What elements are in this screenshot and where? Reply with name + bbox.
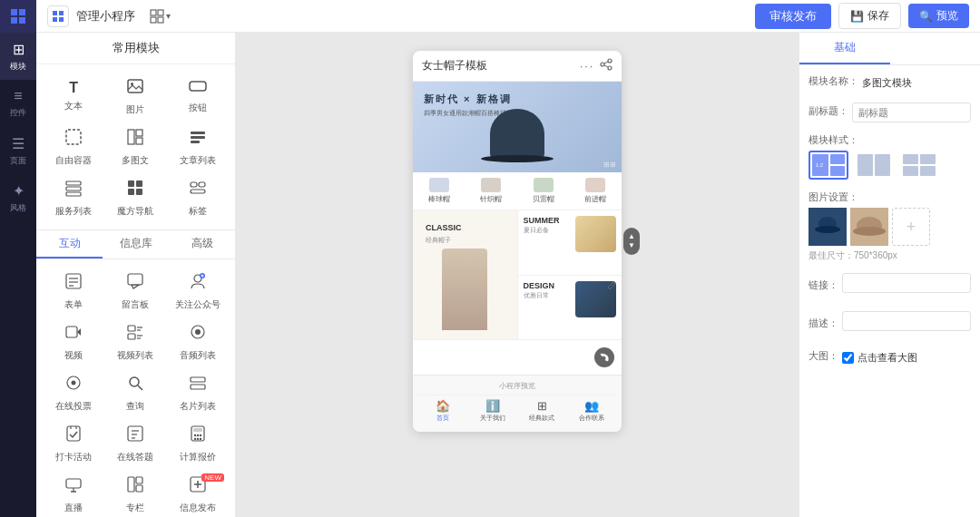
svg-point-83 xyxy=(601,63,604,66)
edit-icon[interactable] xyxy=(607,279,618,293)
sidebar-item-checkin[interactable]: 打卡活动 xyxy=(44,419,103,468)
sidebar-item-multi-text[interactable]: 多图文 xyxy=(105,122,165,171)
svg-rect-42 xyxy=(66,327,77,337)
add-image-button[interactable]: + xyxy=(892,208,930,246)
image-setting-label: 图片设置： xyxy=(808,190,971,204)
nav-item-control[interactable]: ≡ 控件 xyxy=(0,80,36,127)
tab-other[interactable] xyxy=(890,33,981,64)
svg-rect-27 xyxy=(128,189,134,195)
info-publish-label: 信息发布 xyxy=(180,502,216,514)
sidebar-item-article-list[interactable]: 文章列表 xyxy=(168,122,228,171)
nav-item-module[interactable]: ⊞ 模块 xyxy=(0,33,36,80)
sidebar-item-query[interactable]: 查询 xyxy=(105,368,165,417)
beret-hat-icon xyxy=(534,178,554,192)
category-beret[interactable]: 贝雷帽 xyxy=(517,178,570,204)
classic-title: CLASSIC xyxy=(422,219,466,236)
page-icon: ☰ xyxy=(12,135,24,152)
right-panel-tabs: 基础 xyxy=(799,33,980,65)
svg-rect-0 xyxy=(11,9,17,15)
sidebar-item-button[interactable]: 按钮 xyxy=(168,72,228,121)
description-input[interactable] xyxy=(842,311,971,331)
sidebar-item-image[interactable]: 图片 xyxy=(105,72,165,121)
svg-rect-97 xyxy=(920,166,936,176)
sidebar-item-video-list[interactable]: 视频列表 xyxy=(105,317,165,366)
sidebar-title: 常用模块 xyxy=(36,33,235,64)
sidebar-item-text[interactable]: T 文本 xyxy=(44,72,103,121)
checkin-label: 打卡活动 xyxy=(55,451,92,463)
sidebar-item-tags[interactable]: 标签 xyxy=(168,173,228,222)
nav-item-page[interactable]: ☰ 页面 xyxy=(0,127,36,174)
bottom-nav-contact[interactable]: 👥 合作联系 xyxy=(567,399,617,423)
bottom-nav-classic[interactable]: ⊞ 经典款式 xyxy=(517,399,567,423)
topbar-grid-icon[interactable]: ▾ xyxy=(150,9,171,24)
svg-rect-61 xyxy=(128,426,142,441)
save-button[interactable]: 💾 保存 xyxy=(838,3,901,29)
sidebar-item-calculator[interactable]: 计算报价 xyxy=(168,419,228,468)
text-icon: T xyxy=(69,80,78,96)
article-list-icon xyxy=(189,128,207,151)
multi-text-label: 多图文 xyxy=(122,154,149,167)
svg-rect-19 xyxy=(191,132,205,134)
module-icon: ⊞ xyxy=(13,41,24,58)
svg-rect-17 xyxy=(136,130,142,136)
bottom-nav-home-label: 首页 xyxy=(436,414,449,423)
svg-rect-26 xyxy=(136,180,142,187)
mobile-categories: 棒球帽 针织帽 贝雷帽 前进帽 xyxy=(413,172,622,210)
nav-item-style[interactable]: ✦ 风格 xyxy=(0,174,36,221)
publish-button[interactable]: 审核发布 xyxy=(755,4,831,29)
sidebar-item-free-container[interactable]: 自由容器 xyxy=(44,122,103,171)
style-option-1[interactable]: 1:2 xyxy=(808,151,848,180)
style-label: 模块样式： xyxy=(808,133,971,147)
sidebar-item-video[interactable]: 视频 xyxy=(44,317,103,366)
style-option-2[interactable] xyxy=(854,151,894,180)
sidebar-item-column[interactable]: 专栏 xyxy=(105,470,165,517)
subtitle-input[interactable] xyxy=(852,102,971,122)
sidebar-item-vote[interactable]: 在线投票 xyxy=(44,368,103,417)
tab-database[interactable]: 信息库 xyxy=(103,230,169,258)
sidebar-item-live[interactable]: 直播 xyxy=(44,470,103,517)
svg-marker-37 xyxy=(132,285,139,288)
calculator-icon xyxy=(189,424,207,447)
bottom-nav-home[interactable]: 🏠 首页 xyxy=(418,399,468,423)
svg-point-13 xyxy=(131,83,133,85)
sidebar-item-message-board[interactable]: 留言板 xyxy=(105,267,165,316)
sidebar-item-audio-list[interactable]: 音频列表 xyxy=(168,317,228,366)
image-thumb-2[interactable] xyxy=(850,208,888,246)
svg-rect-15 xyxy=(66,130,81,144)
summer-sub: 夏日必备 xyxy=(524,226,560,235)
big-image-checkbox[interactable] xyxy=(842,352,854,364)
sidebar-item-card-list[interactable]: 名片列表 xyxy=(168,368,228,417)
sidebar-item-form[interactable]: 表单 xyxy=(44,267,103,316)
category-baseball[interactable]: 棒球帽 xyxy=(413,178,466,204)
sidebar-item-online-quiz[interactable]: 在线答题 xyxy=(105,419,165,468)
topbar: 管理小程序 ▾ 审核发布 💾 保存 🔍 预览 xyxy=(36,0,980,33)
style-option-3[interactable] xyxy=(899,151,939,180)
contact-icon: 👥 xyxy=(584,399,599,413)
sidebar-item-info-publish[interactable]: NEW 信息发布 xyxy=(168,470,228,517)
sidebar-item-service-list[interactable]: 服务列表 xyxy=(44,173,103,222)
category-knit[interactable]: 针织帽 xyxy=(466,178,518,204)
link-input[interactable] xyxy=(842,273,971,293)
bottom-nav-about[interactable]: ℹ️ 关于我们 xyxy=(468,399,518,423)
svg-line-86 xyxy=(604,65,608,67)
svg-rect-16 xyxy=(128,130,134,144)
home-icon: 🏠 xyxy=(436,399,450,413)
svg-rect-31 xyxy=(191,190,205,193)
new-badge: NEW xyxy=(201,473,224,482)
tags-icon xyxy=(189,179,207,201)
tab-basic[interactable]: 基础 xyxy=(799,33,890,64)
scroll-handle[interactable]: ▲ ▼ xyxy=(623,228,640,255)
svg-point-54 xyxy=(130,377,139,386)
svg-rect-6 xyxy=(53,17,57,22)
sidebar-item-follow-official[interactable]: 关注公众号 xyxy=(168,267,228,316)
tab-interactive[interactable]: 互动 xyxy=(36,230,103,258)
sidebar-item-magic-nav[interactable]: 魔方导航 xyxy=(105,173,165,222)
sidebar-tabs: 互动 信息库 高级 xyxy=(36,229,235,259)
category-forward[interactable]: 前进帽 xyxy=(570,178,622,204)
tab-advanced[interactable]: 高级 xyxy=(169,230,235,258)
image-thumb-1[interactable] xyxy=(808,208,847,246)
phone-icon[interactable] xyxy=(594,347,614,367)
svg-rect-76 xyxy=(128,477,134,492)
preview-button[interactable]: 🔍 预览 xyxy=(908,4,969,28)
svg-rect-29 xyxy=(191,182,197,187)
